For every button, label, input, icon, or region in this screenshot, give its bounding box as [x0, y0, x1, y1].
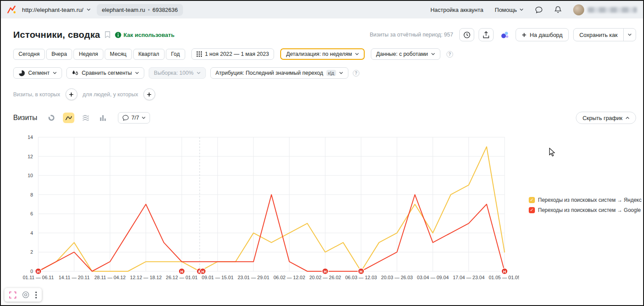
history-button[interactable]	[459, 28, 474, 41]
period-tab-5[interactable]: Год	[166, 49, 185, 60]
visits-period-label: Визиты за отчётный период:	[370, 32, 442, 38]
notifications-bell-icon	[554, 6, 562, 14]
help-icon[interactable]: ?	[353, 70, 359, 76]
period-tab-0[interactable]: Сегодня	[13, 49, 45, 60]
data-mode-dropdown[interactable]: Данные: с роботами	[371, 48, 440, 60]
period-tab-4[interactable]: Квартал	[133, 49, 165, 60]
sampling-label: Выборка: 100%	[154, 70, 194, 76]
calendar-grid-icon	[197, 51, 202, 57]
help-dropdown[interactable]: Помощь	[495, 7, 523, 13]
people-condition-label: для людей, у которых	[83, 91, 138, 98]
legend-checkbox[interactable]: ✓	[529, 207, 535, 213]
plus-icon	[69, 92, 74, 97]
x-axis-label: 09.01 — 15.01	[202, 275, 234, 280]
plus-icon	[522, 33, 527, 37]
avatar	[573, 4, 584, 15]
legend-label: Переходы из поисковых систем → Google	[538, 207, 641, 213]
account-settings-link[interactable]: Настройка аккаунта	[430, 7, 483, 13]
counter-url-dropdown[interactable]: http://elephant-team.ru/	[20, 5, 92, 15]
segment-dropdown[interactable]: Сегмент	[13, 67, 62, 79]
series-line-yandex	[38, 147, 505, 271]
bookmark-icon[interactable]	[105, 31, 110, 38]
attribution-dropdown[interactable]: Атрибуция: Последний значимый переход к|…	[210, 67, 348, 79]
x-axis-label: 03.04 — 09.04	[417, 275, 449, 280]
segment-pie-icon	[18, 70, 25, 76]
legend-item[interactable]: ✓Переходы из поисковых систем → Google	[529, 207, 641, 213]
plus-icon	[146, 92, 152, 97]
metric-label: Визиты	[13, 114, 37, 122]
counter-info[interactable]: elephant-team.ru • 69382636	[97, 4, 183, 16]
notes-dropdown[interactable]: 7/7	[118, 112, 150, 124]
chart-type-line-button[interactable]	[63, 113, 74, 123]
x-axis-label: 01.05 — 01.05	[489, 275, 519, 280]
save-as-button[interactable]: Сохранить как	[574, 29, 623, 41]
info-icon	[115, 32, 121, 38]
history-clock-icon	[463, 31, 471, 39]
add-to-dashboard-button[interactable]: На дашборд	[516, 28, 569, 41]
hide-chart-button[interactable]: Скрыть график	[576, 112, 636, 124]
legend-item[interactable]: ✓Переходы из поисковых систем → Яндекс	[529, 197, 641, 203]
attribution-badge: к|д	[326, 70, 336, 76]
save-as-dropdown[interactable]	[623, 29, 636, 41]
dot-separator: •	[148, 7, 150, 13]
chart-type-stacked-button[interactable]	[80, 113, 91, 123]
chevron-down-icon	[53, 72, 57, 74]
compare-segments-label: Сравнить сегменты	[82, 70, 132, 76]
note-marker[interactable]: Н	[501, 268, 508, 274]
chevron-down-icon	[197, 72, 201, 74]
x-axis-label: 23.01 — 29.01	[238, 275, 269, 280]
chevron-down-icon	[520, 8, 523, 11]
note-marker[interactable]: Н	[179, 268, 185, 274]
note-marker[interactable]: Н	[35, 268, 41, 274]
annotate-button[interactable]	[22, 291, 29, 299]
metrica-logo-icon	[7, 5, 16, 14]
legend-checkbox[interactable]: ✓	[529, 197, 535, 203]
chart-type-bars-button[interactable]	[97, 113, 109, 123]
date-range-button[interactable]: 1 ноя 2022 — 1 мая 2023	[191, 48, 274, 60]
chevron-down-icon	[135, 72, 139, 74]
chart-type-pie-button[interactable]	[46, 113, 57, 123]
note-marker-letter: Н	[324, 270, 327, 274]
blurred-user-email	[588, 7, 637, 13]
chevron-down-icon	[87, 8, 91, 11]
y-axis-label: 2	[30, 249, 33, 255]
add-to-dashboard-label: На дашборд	[530, 32, 563, 38]
export-icon	[483, 31, 490, 39]
detalization-dropdown[interactable]: Детализация: по неделям	[280, 48, 365, 60]
date-range-label: 1 ноя 2022 — 1 мая 2023	[205, 51, 269, 57]
how-to-use-link[interactable]: Как использовать	[115, 32, 175, 38]
y-axis-label: 10	[28, 173, 33, 178]
chevron-down-icon	[431, 53, 435, 55]
chat-icon	[535, 6, 543, 14]
add-people-condition-button[interactable]	[143, 88, 155, 100]
area-select-button[interactable]	[9, 291, 16, 299]
period-tab-3[interactable]: Месяц	[105, 49, 132, 60]
detalization-label: Детализация: по неделям	[286, 51, 352, 57]
period-tabs: СегодняВчераНеделяМесяцКварталГод	[13, 49, 185, 60]
how-to-use-label: Как использовать	[124, 32, 175, 38]
period-tab-2[interactable]: Неделя	[73, 49, 103, 60]
y-axis-label: 0	[30, 269, 33, 274]
sampling-dropdown[interactable]: Выборка: 100%	[149, 67, 206, 79]
chat-button[interactable]	[535, 6, 543, 14]
help-label: Помощь	[495, 7, 517, 13]
chevron-up-icon	[626, 117, 629, 119]
bar-chart-icon	[100, 115, 106, 121]
help-icon[interactable]: ?	[446, 51, 453, 58]
note-marker[interactable]: Н	[358, 268, 364, 274]
more-menu-button[interactable]	[35, 291, 37, 299]
note-marker[interactable]: Н	[322, 268, 328, 274]
note-marker-letter: Н	[180, 270, 183, 274]
visits-condition-label: Визиты, в которых	[13, 91, 60, 98]
x-axis-label: 20.02 — 26.02	[309, 275, 341, 280]
notifications-button[interactable]	[554, 6, 562, 14]
export-button[interactable]	[479, 28, 494, 41]
add-visit-condition-button[interactable]	[66, 88, 77, 100]
user-account-menu[interactable]	[573, 4, 637, 15]
period-tab-1[interactable]: Вчера	[46, 49, 72, 60]
note-marker[interactable]: Н	[200, 268, 206, 274]
ai-assistant-button[interactable]	[498, 28, 511, 41]
compare-segments-dropdown[interactable]: Сравнить сегменты	[66, 67, 144, 79]
counter-url: http://elephant-team.ru/	[22, 7, 84, 13]
chevron-down-icon	[339, 72, 343, 74]
